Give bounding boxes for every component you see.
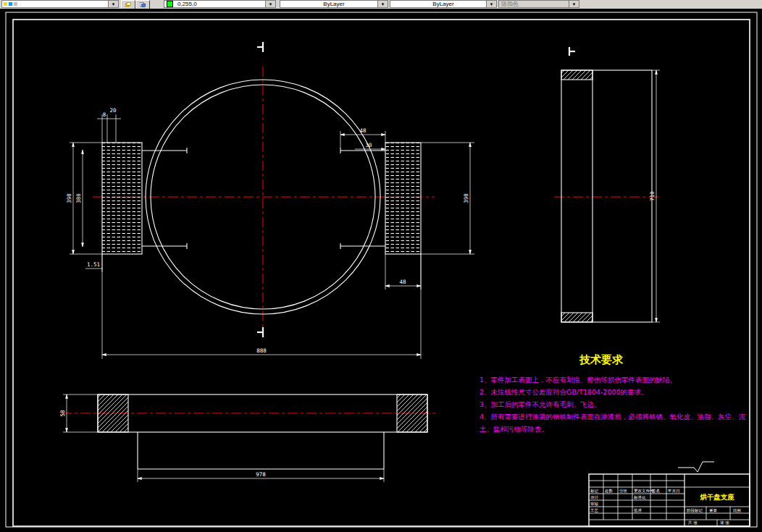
tb-approve: 批准 xyxy=(634,508,642,513)
tb-mark: 标记 xyxy=(590,489,599,494)
tb-count: 处数 xyxy=(605,489,614,494)
tb-process: 工艺 xyxy=(590,508,599,512)
dim-front-under-right: 48 xyxy=(399,279,406,285)
centerlines xyxy=(62,67,659,413)
tb-weight: 重量 xyxy=(709,508,718,512)
layer-combo-dropdown-arrow[interactable]: ▼ xyxy=(108,1,118,7)
bottom-right-hatch xyxy=(397,394,427,432)
dim-front-right-height: 398 xyxy=(463,193,469,203)
tech-requirement-1: 1、零件加工表面上，不应有划痕、擦伤等损伤零件表面的缺陷。 xyxy=(480,376,677,384)
layers-icon xyxy=(125,2,131,7)
linetype-combo-dropdown-arrow[interactable]: ▼ xyxy=(377,1,388,7)
tech-requirement-4a: 4、所有需要进行涂装的钢铁制件表面在涂漆前，必须将铁锈、氧化皮、油脂、灰尘、泥 xyxy=(480,413,746,421)
technical-requirements: 技术要求 1、零件加工表面上，不应有划痕、擦伤等损伤零件表面的缺陷。 2、未注线… xyxy=(480,353,746,433)
dim-side-height: 710 xyxy=(649,191,656,201)
dim-front-right-top2: 30 xyxy=(365,142,372,148)
dim-front-top-small1: 8 xyxy=(103,111,106,118)
dim-front-right-top1: 48 xyxy=(359,127,367,134)
tb-change-file: 更改文件号 xyxy=(634,489,654,493)
tb-scale: 比例 xyxy=(733,508,741,513)
dim-front-top-small2: 20 xyxy=(109,107,117,114)
dim-bottom-width: 978 xyxy=(256,471,266,478)
tb-check: 审核 xyxy=(590,502,599,506)
tech-requirement-3: 3、加工后的零件不允许有毛刺、飞边。 xyxy=(480,400,601,408)
plotstyle-control-combo: 随颜色 ▼ xyxy=(498,0,579,8)
tb-date: 年月日 xyxy=(668,489,680,494)
side-top-hatch xyxy=(561,70,593,80)
dim-front-bottom-left: 1.51 xyxy=(87,261,100,268)
bottom-view xyxy=(98,394,427,469)
color-control-combo[interactable]: 0,255,0 ▼ xyxy=(164,0,276,8)
dimension-labels: 398 380 8 20 48 30 398 1.51 48 888 710 5… xyxy=(59,107,656,478)
lock-icon xyxy=(14,2,17,6)
layer-sheet-icon xyxy=(140,2,146,7)
tb-design: 设计 xyxy=(590,495,599,499)
plotstyle-combo-value: 随颜色 xyxy=(501,0,519,8)
linetype-control-combo[interactable]: ByLayer ▼ xyxy=(280,0,388,8)
layer-combo[interactable]: ▼ xyxy=(1,0,119,8)
tb-stage-mark: 阶段标记 xyxy=(687,508,703,513)
lineweight-combo-dropdown-arrow[interactable]: ▼ xyxy=(486,1,496,7)
tb-zone: 分区 xyxy=(619,489,628,493)
tb-standard: 标准化 xyxy=(633,495,646,500)
side-bottom-hatch xyxy=(561,313,593,322)
tb-part-name: 烘干盘支座 xyxy=(699,493,734,501)
dim-front-overall: 888 xyxy=(256,347,267,354)
dim-bottom-left-height: 58 xyxy=(59,410,66,417)
model-space-canvas[interactable]: 398 380 8 20 48 30 398 1.51 48 888 710 5… xyxy=(0,9,762,532)
bottom-left-hatch xyxy=(98,394,128,432)
tb-sign: 签名 xyxy=(652,489,660,494)
tech-requirements-title: 技术要求 xyxy=(579,353,624,366)
color-combo-value: 0,255,0 xyxy=(177,1,197,7)
dim-front-left-inner: 380 xyxy=(75,193,82,203)
lineweight-control-combo[interactable]: ByLayer ▼ xyxy=(390,0,497,8)
drawing-border-frame xyxy=(6,12,757,527)
tb-sheets: 共 张 xyxy=(687,520,698,525)
lineweight-combo-value: ByLayer xyxy=(432,1,453,7)
right-flange-hatch xyxy=(385,143,421,254)
surface-roughness-symbol xyxy=(678,462,714,472)
side-view xyxy=(561,70,652,322)
plotstyle-combo-dropdown-arrow: ▼ xyxy=(569,1,579,7)
tech-requirement-4b: 土、盐和污物等除去。 xyxy=(480,425,548,433)
dim-front-left-outer: 398 xyxy=(66,193,72,203)
tech-requirement-2: 2、未注线性尺寸公差应符合GB/T1804-2000的要求。 xyxy=(480,388,648,396)
bulb-icon xyxy=(4,2,7,6)
color-combo-dropdown-arrow[interactable]: ▼ xyxy=(265,1,275,7)
linetype-combo-value: ByLayer xyxy=(323,1,344,7)
color-swatch xyxy=(167,1,173,7)
freeze-icon xyxy=(9,2,12,6)
left-flange-hatch xyxy=(102,143,142,254)
tb-sheet-no: 第 张 xyxy=(720,520,729,525)
